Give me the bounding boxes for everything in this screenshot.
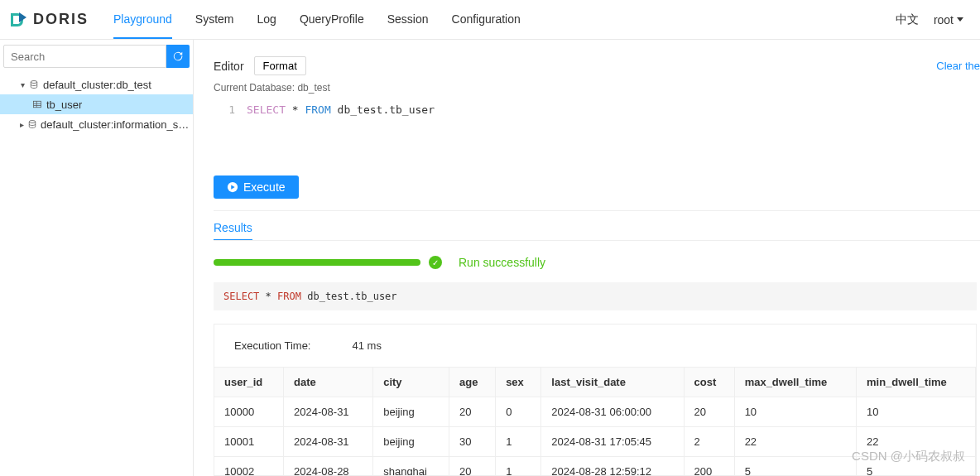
play-icon	[227, 181, 238, 193]
cell: 10000	[214, 397, 284, 427]
database-icon	[27, 118, 38, 130]
col-max_dwell_time[interactable]: max_dwell_time	[734, 368, 856, 397]
logo: DORIS	[8, 10, 89, 30]
svg-point-5	[29, 121, 36, 123]
cell: 10001	[214, 427, 284, 457]
nav-tab-configuration[interactable]: Configuration	[452, 1, 521, 39]
cell: 5	[734, 457, 856, 476]
run-status: Run successfully	[459, 256, 545, 269]
cell: 5	[857, 457, 976, 476]
tabs-underline	[214, 240, 980, 241]
tree-label: tb_user	[46, 99, 82, 111]
query-echo: SELECT * FROM db_test.tb_user	[214, 282, 977, 310]
execute-row: Execute	[214, 175, 980, 199]
table-icon	[31, 99, 43, 110]
exec-time-label: Execution Time:	[234, 339, 311, 352]
user-name: root	[934, 13, 954, 26]
cell: 200	[684, 457, 734, 476]
header-right: 中文 root	[896, 12, 963, 27]
col-sex[interactable]: sex	[496, 368, 541, 397]
format-button[interactable]: Format	[254, 56, 306, 75]
search-button[interactable]	[166, 45, 190, 68]
execute-button[interactable]: Execute	[214, 175, 299, 199]
search-input[interactable]	[3, 45, 166, 68]
cell: 20	[449, 397, 496, 427]
cell: 2024-08-31	[284, 427, 373, 457]
cell: 30	[449, 427, 496, 457]
table-body: 100002024-08-31beijing2002024-08-31 06:0…	[214, 397, 976, 476]
col-min_dwell_time[interactable]: min_dwell_time	[857, 368, 976, 397]
db-tree: ▾default_cluster:db_testtb_user▸default_…	[0, 73, 193, 136]
brand-text: DORIS	[33, 11, 89, 28]
col-user_id[interactable]: user_id	[214, 368, 284, 397]
results-table-wrap: user_iddatecityagesexlast_visit_datecost…	[214, 367, 977, 476]
col-date[interactable]: date	[284, 368, 373, 397]
cell: beijing	[373, 427, 449, 457]
tree-label: default_cluster:db_test	[43, 79, 151, 91]
exec-time-value: 41 ms	[353, 339, 382, 352]
tree-db-default_cluster:information_schema[interactable]: ▸default_cluster:information_schema	[0, 114, 193, 134]
database-icon	[28, 79, 40, 90]
chevron-down-icon: ▾	[17, 80, 28, 89]
user-menu[interactable]: root	[934, 13, 963, 26]
col-age[interactable]: age	[449, 368, 496, 397]
cell: 10002	[214, 457, 284, 476]
sidebar: ▾default_cluster:db_testtb_user▸default_…	[0, 40, 194, 476]
refresh-icon	[172, 50, 184, 62]
cell: 1	[496, 457, 541, 476]
progress-bar	[214, 259, 420, 266]
cell: 2	[684, 427, 734, 457]
cell: 2024-08-31 06:00:00	[541, 397, 684, 427]
main: ▾default_cluster:db_testtb_user▸default_…	[0, 40, 980, 476]
progress-row: ✓ Run successfully	[214, 256, 980, 269]
cell: 20	[449, 457, 496, 476]
nav-tab-log[interactable]: Log	[257, 1, 276, 39]
cell: 2024-08-28	[284, 457, 373, 476]
cell: 10	[857, 397, 976, 427]
cell: shanghai	[373, 457, 449, 476]
tree-table-tb_user[interactable]: tb_user	[0, 94, 193, 114]
cell: 22	[734, 427, 856, 457]
cell: beijing	[373, 397, 449, 427]
check-icon: ✓	[429, 256, 442, 269]
svg-rect-1	[34, 101, 41, 108]
divider	[214, 210, 980, 211]
execution-time-box: Execution Time: 41 ms	[214, 324, 977, 367]
cell: 10	[734, 397, 856, 427]
table-row[interactable]: 100022024-08-28shanghai2012024-08-28 12:…	[214, 457, 976, 476]
chevron-right-icon: ▸	[17, 120, 27, 129]
tree-label: default_cluster:information_schema	[41, 118, 193, 131]
sql-editor[interactable]: 1SELECT * FROM db_test.tb_user	[214, 102, 980, 169]
results-table: user_iddatecityagesexlast_visit_datecost…	[214, 368, 976, 476]
col-cost[interactable]: cost	[684, 368, 734, 397]
editor-label: Editor	[214, 60, 244, 73]
caret-down-icon	[957, 17, 963, 22]
cell: 20	[684, 397, 734, 427]
content: Editor Format Clear the Current Database…	[194, 40, 980, 476]
results-tabs: Results	[214, 221, 980, 241]
nav-tab-system[interactable]: System	[195, 1, 234, 39]
line-number: 1	[214, 102, 235, 118]
tab-results[interactable]: Results	[214, 221, 252, 241]
nav-tab-session[interactable]: Session	[387, 1, 429, 39]
table-row[interactable]: 100002024-08-31beijing2002024-08-31 06:0…	[214, 397, 976, 427]
cell: 2024-08-28 12:59:12	[541, 457, 684, 476]
clear-link[interactable]: Clear the	[936, 60, 980, 72]
col-last_visit_date[interactable]: last_visit_date	[541, 368, 684, 397]
cell: 2024-08-31	[284, 397, 373, 427]
doris-logo-icon	[8, 10, 28, 30]
cell: 0	[496, 397, 541, 427]
table-header-row: user_iddatecityagesexlast_visit_datecost…	[214, 368, 976, 397]
current-database: Current Database: db_test	[214, 82, 980, 94]
cell: 1	[496, 427, 541, 457]
nav-tab-playground[interactable]: Playground	[113, 1, 172, 39]
nav-tab-queryprofile[interactable]: QueryProfile	[300, 1, 364, 39]
language-toggle[interactable]: 中文	[896, 12, 919, 27]
cell: 2024-08-31 17:05:45	[541, 427, 684, 457]
col-city[interactable]: city	[373, 368, 449, 397]
table-row[interactable]: 100012024-08-31beijing3012024-08-31 17:0…	[214, 427, 976, 457]
nav-tabs: PlaygroundSystemLogQueryProfileSessionCo…	[113, 1, 896, 39]
svg-point-0	[31, 81, 37, 84]
header: DORIS PlaygroundSystemLogQueryProfileSes…	[0, 0, 980, 40]
tree-db-default_cluster:db_test[interactable]: ▾default_cluster:db_test	[0, 75, 193, 94]
